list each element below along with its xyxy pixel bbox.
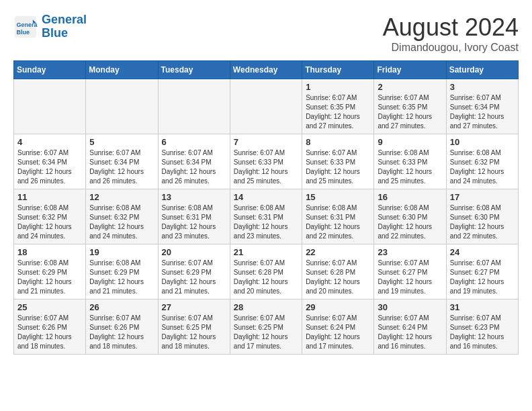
day-cell: 3Sunrise: 6:07 AM Sunset: 6:34 PM Daylig… — [446, 79, 518, 134]
day-cell: 13Sunrise: 6:08 AM Sunset: 6:31 PM Dayli… — [158, 189, 230, 244]
day-number: 30 — [378, 302, 442, 312]
logo-text: General Blue — [42, 13, 87, 40]
day-number: 16 — [378, 192, 442, 202]
day-cell: 17Sunrise: 6:08 AM Sunset: 6:30 PM Dayli… — [446, 189, 518, 244]
day-cell: 2Sunrise: 6:07 AM Sunset: 6:35 PM Daylig… — [374, 79, 446, 134]
day-number: 11 — [17, 192, 82, 202]
day-info: Sunrise: 6:07 AM Sunset: 6:27 PM Dayligh… — [378, 259, 442, 296]
day-number: 21 — [234, 247, 298, 257]
day-number: 17 — [450, 192, 515, 202]
week-row-4: 18Sunrise: 6:08 AM Sunset: 6:29 PM Dayli… — [14, 244, 519, 300]
day-number: 26 — [89, 302, 154, 312]
day-cell: 26Sunrise: 6:07 AM Sunset: 6:26 PM Dayli… — [86, 300, 158, 355]
week-row-3: 11Sunrise: 6:08 AM Sunset: 6:32 PM Dayli… — [14, 189, 519, 244]
day-cell: 27Sunrise: 6:07 AM Sunset: 6:25 PM Dayli… — [158, 300, 230, 355]
day-info: Sunrise: 6:08 AM Sunset: 6:31 PM Dayligh… — [306, 203, 370, 241]
day-info: Sunrise: 6:08 AM Sunset: 6:32 PM Dayligh… — [17, 203, 82, 241]
day-number: 9 — [378, 137, 442, 147]
day-info: Sunrise: 6:07 AM Sunset: 6:23 PM Dayligh… — [450, 314, 515, 351]
calendar-header: SundayMondayTuesdayWednesdayThursdayFrid… — [14, 61, 519, 79]
day-info: Sunrise: 6:08 AM Sunset: 6:32 PM Dayligh… — [89, 203, 154, 241]
day-cell: 31Sunrise: 6:07 AM Sunset: 6:23 PM Dayli… — [446, 300, 518, 355]
day-cell: 24Sunrise: 6:07 AM Sunset: 6:27 PM Dayli… — [446, 244, 518, 300]
day-cell: 28Sunrise: 6:07 AM Sunset: 6:25 PM Dayli… — [230, 300, 302, 355]
day-info: Sunrise: 6:07 AM Sunset: 6:34 PM Dayligh… — [162, 148, 226, 186]
calendar-body: 1Sunrise: 6:07 AM Sunset: 6:35 PM Daylig… — [14, 79, 519, 355]
day-cell: 9Sunrise: 6:08 AM Sunset: 6:33 PM Daylig… — [374, 134, 446, 189]
day-info: Sunrise: 6:07 AM Sunset: 6:34 PM Dayligh… — [450, 93, 515, 131]
day-info: Sunrise: 6:08 AM Sunset: 6:32 PM Dayligh… — [450, 148, 515, 186]
day-info: Sunrise: 6:07 AM Sunset: 6:28 PM Dayligh… — [234, 259, 298, 296]
day-cell — [158, 79, 230, 134]
day-cell: 6Sunrise: 6:07 AM Sunset: 6:34 PM Daylig… — [158, 134, 230, 189]
day-cell: 25Sunrise: 6:07 AM Sunset: 6:26 PM Dayli… — [14, 300, 86, 355]
day-info: Sunrise: 6:07 AM Sunset: 6:24 PM Dayligh… — [306, 314, 370, 351]
day-info: Sunrise: 6:08 AM Sunset: 6:31 PM Dayligh… — [162, 203, 226, 241]
day-number: 13 — [162, 192, 226, 202]
day-cell — [86, 79, 158, 134]
day-number: 8 — [306, 137, 370, 147]
header-cell-sunday: Sunday — [14, 61, 86, 79]
day-cell: 22Sunrise: 6:07 AM Sunset: 6:28 PM Dayli… — [302, 244, 374, 300]
day-cell: 11Sunrise: 6:08 AM Sunset: 6:32 PM Dayli… — [14, 189, 86, 244]
day-number: 15 — [306, 192, 370, 202]
day-info: Sunrise: 6:07 AM Sunset: 6:33 PM Dayligh… — [306, 148, 370, 186]
day-number: 31 — [450, 302, 515, 312]
day-number: 6 — [162, 137, 226, 147]
week-row-2: 4Sunrise: 6:07 AM Sunset: 6:34 PM Daylig… — [14, 134, 519, 189]
day-info: Sunrise: 6:07 AM Sunset: 6:27 PM Dayligh… — [450, 259, 515, 296]
day-info: Sunrise: 6:08 AM Sunset: 6:29 PM Dayligh… — [17, 259, 82, 296]
day-number: 23 — [378, 247, 442, 257]
day-info: Sunrise: 6:07 AM Sunset: 6:35 PM Dayligh… — [378, 93, 442, 131]
day-cell: 18Sunrise: 6:08 AM Sunset: 6:29 PM Dayli… — [14, 244, 86, 300]
day-cell: 15Sunrise: 6:08 AM Sunset: 6:31 PM Dayli… — [302, 189, 374, 244]
day-cell: 7Sunrise: 6:07 AM Sunset: 6:33 PM Daylig… — [230, 134, 302, 189]
day-info: Sunrise: 6:07 AM Sunset: 6:26 PM Dayligh… — [89, 314, 154, 351]
day-cell: 21Sunrise: 6:07 AM Sunset: 6:28 PM Dayli… — [230, 244, 302, 300]
day-cell: 8Sunrise: 6:07 AM Sunset: 6:33 PM Daylig… — [302, 134, 374, 189]
day-cell — [14, 79, 86, 134]
day-cell: 1Sunrise: 6:07 AM Sunset: 6:35 PM Daylig… — [302, 79, 374, 134]
day-info: Sunrise: 6:08 AM Sunset: 6:29 PM Dayligh… — [89, 259, 154, 296]
day-cell: 16Sunrise: 6:08 AM Sunset: 6:30 PM Dayli… — [374, 189, 446, 244]
day-info: Sunrise: 6:07 AM Sunset: 6:25 PM Dayligh… — [162, 314, 226, 351]
header-cell-thursday: Thursday — [302, 61, 374, 79]
day-number: 10 — [450, 137, 515, 147]
day-cell: 29Sunrise: 6:07 AM Sunset: 6:24 PM Dayli… — [302, 300, 374, 355]
svg-text:Blue: Blue — [17, 29, 30, 36]
day-cell: 19Sunrise: 6:08 AM Sunset: 6:29 PM Dayli… — [86, 244, 158, 300]
header-cell-saturday: Saturday — [446, 61, 518, 79]
day-info: Sunrise: 6:07 AM Sunset: 6:24 PM Dayligh… — [378, 314, 442, 351]
day-number: 27 — [162, 302, 226, 312]
header-cell-monday: Monday — [86, 61, 158, 79]
day-number: 2 — [378, 82, 442, 92]
day-info: Sunrise: 6:07 AM Sunset: 6:35 PM Dayligh… — [306, 93, 370, 131]
day-info: Sunrise: 6:07 AM Sunset: 6:25 PM Dayligh… — [234, 314, 298, 351]
day-number: 1 — [306, 82, 370, 92]
header-cell-friday: Friday — [374, 61, 446, 79]
location-subtitle: Dimandougou, Ivory Coast — [383, 42, 519, 54]
day-number: 4 — [17, 137, 82, 147]
day-info: Sunrise: 6:07 AM Sunset: 6:34 PM Dayligh… — [17, 148, 82, 186]
day-info: Sunrise: 6:08 AM Sunset: 6:31 PM Dayligh… — [234, 203, 298, 241]
day-number: 12 — [89, 192, 154, 202]
day-info: Sunrise: 6:07 AM Sunset: 6:34 PM Dayligh… — [89, 148, 154, 186]
header-cell-wednesday: Wednesday — [230, 61, 302, 79]
day-number: 19 — [89, 247, 154, 257]
day-cell: 4Sunrise: 6:07 AM Sunset: 6:34 PM Daylig… — [14, 134, 86, 189]
day-cell — [230, 79, 302, 134]
day-number: 14 — [234, 192, 298, 202]
day-cell: 14Sunrise: 6:08 AM Sunset: 6:31 PM Dayli… — [230, 189, 302, 244]
month-year-title: August 2024 — [383, 13, 519, 42]
day-info: Sunrise: 6:07 AM Sunset: 6:29 PM Dayligh… — [162, 259, 226, 296]
day-cell: 5Sunrise: 6:07 AM Sunset: 6:34 PM Daylig… — [86, 134, 158, 189]
day-info: Sunrise: 6:08 AM Sunset: 6:30 PM Dayligh… — [450, 203, 515, 241]
day-info: Sunrise: 6:08 AM Sunset: 6:33 PM Dayligh… — [378, 148, 442, 186]
calendar-table: SundayMondayTuesdayWednesdayThursdayFrid… — [13, 60, 519, 355]
day-cell: 12Sunrise: 6:08 AM Sunset: 6:32 PM Dayli… — [86, 189, 158, 244]
day-number: 20 — [162, 247, 226, 257]
day-cell: 23Sunrise: 6:07 AM Sunset: 6:27 PM Dayli… — [374, 244, 446, 300]
day-number: 3 — [450, 82, 515, 92]
week-row-5: 25Sunrise: 6:07 AM Sunset: 6:26 PM Dayli… — [14, 300, 519, 355]
logo: General Blue General Blue — [13, 13, 87, 40]
